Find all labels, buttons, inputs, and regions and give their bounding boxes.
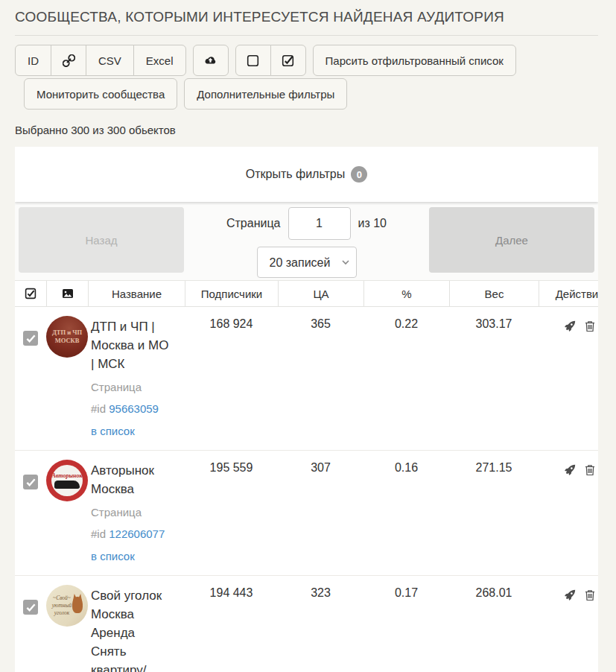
trash-icon[interactable] <box>584 464 596 476</box>
table-row: ДТП и ЧП МОСКВ ДТП и ЧП | Москва и МО | … <box>15 307 598 451</box>
row-checkbox[interactable] <box>23 475 38 489</box>
row-checkbox[interactable] <box>23 600 38 615</box>
header-image-column <box>46 281 88 306</box>
page-title: СООБЩЕСТВА, КОТОРЫМИ ИНТЕРЕСУЕТСЯ НАЙДЕН… <box>15 0 598 25</box>
community-name-cell: Авторынок Москва Страница #id 122606077 … <box>88 458 185 565</box>
rocket-icon[interactable] <box>564 464 576 476</box>
header-weight[interactable]: Вес <box>449 281 539 306</box>
weight-value: 271.15 <box>449 458 539 565</box>
id-prefix: #id <box>91 402 106 415</box>
row-actions <box>539 314 598 440</box>
pagination-center: Страница из 10 20 записей <box>184 207 429 278</box>
page-number-input[interactable] <box>288 207 351 240</box>
subscribers-value: 195 559 <box>185 458 278 565</box>
pagination-bar: Назад Страница из 10 20 записей Далее <box>15 202 598 280</box>
open-filters-bar[interactable]: Открыть фильтры 0 <box>15 147 598 202</box>
link-icon <box>63 54 75 67</box>
table-row: ~Свой~ уютный уголок Свой уголок Москва … <box>15 576 598 672</box>
header-select-column[interactable] <box>15 281 46 306</box>
to-list-line: в список <box>91 423 170 440</box>
prev-page-button[interactable]: Назад <box>19 207 184 273</box>
header-name[interactable]: Название <box>88 281 185 306</box>
header-actions: Действия <box>539 281 598 306</box>
per-page-select[interactable]: 20 записей <box>257 247 357 278</box>
community-type: Страница <box>91 504 170 521</box>
to-list-link[interactable]: в список <box>91 425 135 437</box>
communities-page: СООБЩЕСТВА, КОТОРЫМИ ИНТЕРЕСУЕТСЯ НАЙДЕН… <box>0 0 616 672</box>
cloud-upload-icon <box>204 54 217 67</box>
percent-value: 0.16 <box>363 458 449 565</box>
row-actions <box>539 458 598 565</box>
to-list-line: в список <box>91 548 170 565</box>
target-audience-value: 307 <box>278 458 363 565</box>
to-list-link[interactable]: в список <box>91 550 135 562</box>
community-name[interactable]: ДТП и ЧП | Москва и МО | МСК <box>91 317 170 373</box>
check-icon <box>26 478 36 487</box>
filters-count-badge: 0 <box>351 166 367 183</box>
table-header: Название Подписчики ЦА % Вес Действия <box>15 280 598 307</box>
export-button-group: ID CSV Excel <box>15 45 186 76</box>
trash-icon[interactable] <box>584 589 596 601</box>
check-icon <box>26 334 36 343</box>
community-name-cell: Свой уголок Москва Аренда Снять квартиру… <box>88 583 185 672</box>
row-actions <box>539 583 598 672</box>
community-id-line: #id 95663059 <box>91 401 170 417</box>
selection-status: Выбранно 300 из 300 обьектов <box>15 124 616 136</box>
checkbox-checked-icon <box>25 288 36 299</box>
id-prefix: #id <box>91 527 106 540</box>
upload-button[interactable] <box>193 45 229 76</box>
subscribers-value: 194 443 <box>185 583 278 672</box>
community-name-cell: ДТП и ЧП | Москва и МО | МСК Страница #i… <box>88 314 185 440</box>
export-csv-button[interactable]: CSV <box>86 45 134 76</box>
row-avatar-cell: Авторынок <box>46 458 88 565</box>
community-name[interactable]: Свой уголок Москва Аренда Снять квартиру… <box>91 586 170 672</box>
extra-filters-button[interactable]: Дополнительные фильтры <box>184 78 347 110</box>
export-id-button[interactable]: ID <box>15 45 51 76</box>
weight-value: 303.17 <box>449 314 539 440</box>
row-avatar-cell: ~Свой~ уютный уголок <box>46 583 88 672</box>
table-row: Авторынок Авторынок Москва Страница #id … <box>15 451 598 576</box>
select-button-group <box>235 45 306 76</box>
checkbox-checked-icon <box>282 54 294 67</box>
community-avatar[interactable]: ~Свой~ уютный уголок <box>46 585 88 627</box>
cat-shape <box>72 597 83 613</box>
row-checkbox[interactable] <box>23 331 38 346</box>
community-id-link[interactable]: 122606077 <box>109 527 165 540</box>
checkbox-empty-icon <box>247 54 259 67</box>
header-percent[interactable]: % <box>363 281 449 306</box>
subscribers-value: 168 924 <box>185 314 278 440</box>
next-page-button[interactable]: Далее <box>429 207 594 273</box>
percent-value: 0.17 <box>363 583 449 672</box>
target-audience-value: 323 <box>278 583 363 672</box>
per-page-wrap: 20 записей <box>257 247 357 278</box>
parse-filtered-button[interactable]: Парсить отфильтрованный список <box>313 45 516 76</box>
row-select-cell <box>15 458 46 565</box>
community-avatar[interactable]: ДТП и ЧП МОСКВ <box>46 316 88 358</box>
header-target-audience[interactable]: ЦА <box>278 281 363 306</box>
community-avatar[interactable]: Авторынок <box>46 460 88 501</box>
results-card: Открыть фильтры 0 Назад Страница из 10 2… <box>15 147 598 672</box>
target-audience-value: 365 <box>278 314 363 440</box>
picture-icon <box>62 288 74 299</box>
toolbar-row-2: Мониторить сообщества Дополнительные фил… <box>24 78 616 110</box>
car-shape <box>54 481 80 489</box>
community-id-link[interactable]: 95663059 <box>109 402 159 415</box>
export-link-button[interactable] <box>51 45 86 76</box>
header-subscribers[interactable]: Подписчики <box>185 281 278 306</box>
community-id-line: #id 122606077 <box>91 526 170 542</box>
deselect-all-button[interactable] <box>235 45 271 76</box>
percent-value: 0.22 <box>363 314 449 440</box>
export-excel-button[interactable]: Excel <box>133 45 186 76</box>
avatar-inner: Авторынок <box>51 465 83 496</box>
row-avatar-cell: ДТП и ЧП МОСКВ <box>46 314 88 440</box>
community-type: Страница <box>91 379 170 396</box>
rocket-icon[interactable] <box>564 589 576 601</box>
monitor-communities-button[interactable]: Мониторить сообщества <box>24 78 177 110</box>
community-name[interactable]: Авторынок Москва <box>91 461 170 498</box>
trash-icon[interactable] <box>584 320 596 332</box>
weight-value: 268.01 <box>449 583 539 672</box>
row-select-cell <box>15 314 46 440</box>
select-all-button[interactable] <box>270 45 306 76</box>
rocket-icon[interactable] <box>564 320 576 332</box>
row-select-cell <box>15 583 46 672</box>
